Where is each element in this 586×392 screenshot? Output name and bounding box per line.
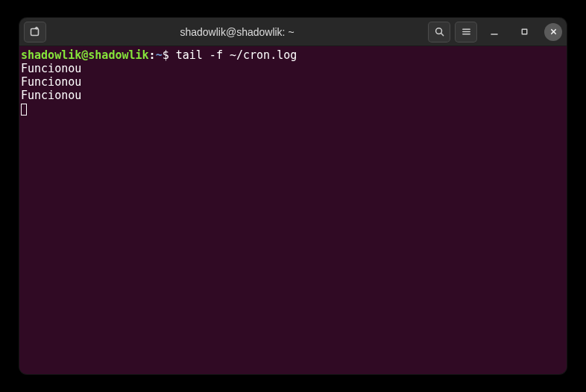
maximize-button[interactable] <box>511 22 537 42</box>
terminal-window: shadowlik@shadowlik: ~ <box>19 18 567 374</box>
close-button[interactable] <box>544 23 562 41</box>
terminal-area[interactable]: shadowlik@shadowlik:~$ tail -f ~/cron.lo… <box>19 46 567 374</box>
minimize-icon <box>490 28 499 37</box>
maximize-icon <box>520 28 529 36</box>
prompt-symbol: $ <box>163 48 169 62</box>
titlebar-left <box>24 22 46 42</box>
prompt-colon: : <box>149 48 156 62</box>
output-line: Funcionou <box>21 62 565 75</box>
window-title: shadowlik@shadowlik: ~ <box>51 26 423 38</box>
command-text: tail -f ~/cron.log <box>169 48 297 62</box>
output-line: Funcionou <box>21 75 565 89</box>
new-tab-icon <box>29 26 41 38</box>
cursor-line <box>21 102 565 116</box>
cursor <box>21 104 27 116</box>
titlebar: shadowlik@shadowlik: ~ <box>19 18 567 46</box>
search-button[interactable] <box>428 22 450 42</box>
output-line: Funcionou <box>21 89 565 102</box>
close-icon <box>549 28 558 36</box>
prompt-path: ~ <box>156 48 163 62</box>
prompt-user-host: shadowlik@shadowlik <box>21 48 149 62</box>
svg-rect-0 <box>31 28 39 35</box>
new-tab-button[interactable] <box>24 22 46 42</box>
menu-button[interactable] <box>455 22 477 42</box>
hamburger-icon <box>461 26 472 37</box>
prompt-line: shadowlik@shadowlik:~$ tail -f ~/cron.lo… <box>21 48 565 62</box>
search-icon <box>434 26 445 37</box>
svg-line-4 <box>441 34 443 36</box>
titlebar-right <box>428 22 562 42</box>
svg-rect-9 <box>522 29 526 34</box>
minimize-button[interactable] <box>482 22 507 42</box>
